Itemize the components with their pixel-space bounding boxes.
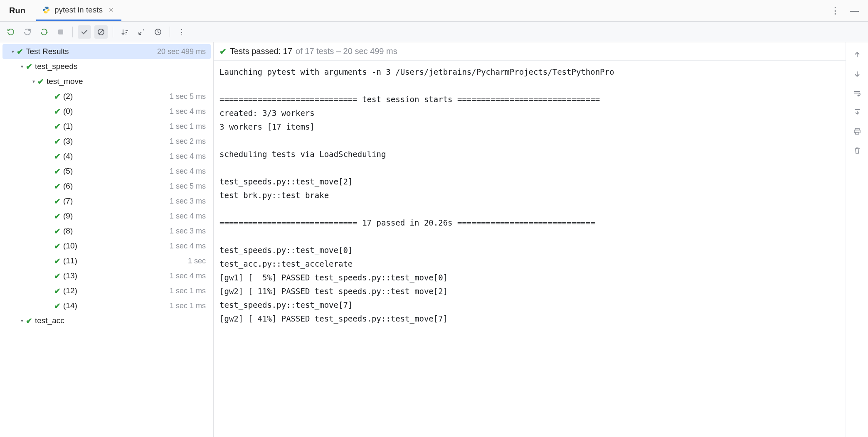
check-icon: ✔ (54, 167, 61, 176)
tree-case[interactable]: ✔(14)1 sec 1 ms (0, 298, 213, 313)
rerun-failed-button[interactable] (21, 25, 34, 39)
tree-case[interactable]: ✔(11)1 sec (0, 253, 213, 268)
tree-file-label: test_speeds (35, 62, 206, 71)
tree-case-duration: 1 sec 1 ms (170, 287, 206, 295)
test-tree[interactable]: ▾ ✔ Test Results 20 sec 499 ms ▾ ✔ test_… (0, 42, 214, 437)
tree-file[interactable]: ▾ ✔ test_acc (0, 313, 213, 328)
check-icon: ✔ (54, 122, 61, 131)
stop-button[interactable] (54, 25, 67, 39)
tree-case[interactable]: ✔(10)1 sec 4 ms (0, 238, 213, 253)
trash-icon[interactable] (851, 144, 864, 157)
tree-case-duration: 1 sec 4 ms (170, 167, 206, 176)
check-icon: ✔ (54, 256, 61, 266)
close-icon[interactable]: ✕ (107, 6, 116, 14)
tree-case-duration: 1 sec 1 ms (170, 122, 206, 131)
scroll-to-end-icon[interactable] (851, 106, 864, 119)
tree-case-label: (0) (63, 107, 170, 116)
history-button[interactable] (151, 25, 165, 39)
tree-case[interactable]: ✔(12)1 sec 1 ms (0, 283, 213, 298)
check-icon: ✔ (54, 182, 61, 191)
tree-case-label: (7) (63, 196, 170, 206)
minimize-icon[interactable]: — (850, 5, 859, 16)
chevron-down-icon: ▾ (9, 49, 17, 54)
tests-passed-label: Tests passed: 17 (230, 47, 292, 56)
tree-case[interactable]: ✔(5)1 sec 4 ms (0, 164, 213, 179)
check-icon: ✔ (54, 196, 61, 206)
tree-case[interactable]: ✔(8)1 sec 3 ms (0, 223, 213, 238)
tree-group-label: test_move (47, 77, 206, 86)
more-icon[interactable]: ⋮ (831, 5, 840, 16)
run-tool-label: Run (0, 0, 36, 21)
tree-case-label: (14) (63, 301, 170, 310)
tree-root-label: Test Results (26, 47, 157, 56)
main-split: ▾ ✔ Test Results 20 sec 499 ms ▾ ✔ test_… (0, 42, 868, 437)
toolbar-separator (170, 27, 170, 37)
toggle-autotest-button[interactable] (37, 25, 51, 39)
tree-root[interactable]: ▾ ✔ Test Results 20 sec 499 ms (2, 44, 211, 59)
tree-case-duration: 1 sec 3 ms (170, 197, 206, 206)
tree-case[interactable]: ✔(7)1 sec 3 ms (0, 194, 213, 209)
console-output[interactable]: Launching pytest with arguments -n 3 /Us… (214, 61, 846, 437)
tree-case[interactable]: ✔(1)1 sec 1 ms (0, 119, 213, 134)
tab-spacer (121, 0, 831, 21)
python-icon (42, 6, 50, 14)
tree-group[interactable]: ▾ ✔ test_move (0, 74, 213, 89)
check-icon: ✔ (54, 271, 61, 281)
tree-case-label: (8) (63, 226, 170, 236)
tree-case-label: (3) (63, 137, 170, 146)
show-ignored-button[interactable] (94, 25, 108, 39)
svg-point-0 (28, 29, 31, 31)
tree-case-label: (10) (63, 241, 170, 250)
tree-file[interactable]: ▾ ✔ test_speeds (0, 59, 213, 74)
tree-file-label: test_acc (35, 316, 206, 325)
tree-case[interactable]: ✔(4)1 sec 4 ms (0, 149, 213, 164)
tree-case-label: (12) (63, 286, 170, 295)
output-pane: ✔ Tests passed: 17 of 17 tests – 20 sec … (214, 42, 868, 437)
tree-case-duration: 1 sec 4 ms (170, 212, 206, 221)
svg-line-3 (99, 30, 103, 34)
tree-case-label: (5) (63, 167, 170, 176)
tab-right-controls: ⋮ — (831, 0, 868, 21)
check-icon: ✔ (54, 92, 61, 101)
check-icon: ✔ (37, 77, 44, 86)
tree-case-label: (4) (63, 152, 170, 161)
tab-pytest[interactable]: pytest in tests ✕ (36, 0, 121, 21)
check-icon: ✔ (54, 301, 61, 311)
tree-case[interactable]: ✔(9)1 sec 4 ms (0, 209, 213, 223)
chevron-down-icon: ▾ (18, 318, 26, 324)
svg-rect-1 (58, 29, 63, 34)
chevron-down-icon: ▾ (18, 64, 26, 69)
tree-case[interactable]: ✔(13)1 sec 4 ms (0, 268, 213, 283)
print-icon[interactable] (851, 125, 864, 138)
tree-case-label: (6) (63, 182, 170, 191)
tree-case-duration: 1 sec 3 ms (170, 227, 206, 236)
toolbar-separator (113, 27, 113, 37)
tree-case-duration: 1 sec 4 ms (170, 242, 206, 250)
tree-case[interactable]: ✔(6)1 sec 5 ms (0, 179, 213, 194)
check-icon: ✔ (54, 226, 61, 236)
show-passed-button[interactable] (78, 25, 91, 39)
down-arrow-icon[interactable] (851, 67, 864, 81)
check-icon: ✔ (54, 286, 61, 296)
tree-case-label: (11) (63, 256, 188, 265)
up-arrow-icon[interactable] (851, 48, 864, 61)
tree-case[interactable]: ✔(2)1 sec 5 ms (0, 89, 213, 104)
rerun-button[interactable] (4, 25, 17, 39)
chevron-down-icon: ▾ (30, 79, 37, 84)
tree-case[interactable]: ✔(0)1 sec 4 ms (0, 104, 213, 119)
check-icon: ✔ (54, 152, 61, 161)
tree-case-duration: 1 sec 5 ms (170, 92, 206, 101)
check-icon: ✔ (54, 107, 61, 116)
tree-case-duration: 1 sec 1 ms (170, 302, 206, 310)
tests-passed-tail: of 17 tests – 20 sec 499 ms (296, 47, 397, 56)
check-icon: ✔ (54, 241, 61, 251)
tree-case[interactable]: ✔(3)1 sec 2 ms (0, 134, 213, 149)
tree-case-duration: 1 sec 5 ms (170, 182, 206, 191)
toolbar-more-button[interactable]: ⋮ (175, 25, 188, 39)
test-toolbar: ⋮ (0, 22, 868, 42)
sort-button[interactable] (118, 25, 131, 39)
expand-button[interactable] (135, 25, 148, 39)
tree-root-duration: 20 sec 499 ms (157, 47, 206, 56)
soft-wrap-icon[interactable] (851, 86, 864, 100)
tabstrip: Run pytest in tests ✕ ⋮ — (0, 0, 868, 22)
